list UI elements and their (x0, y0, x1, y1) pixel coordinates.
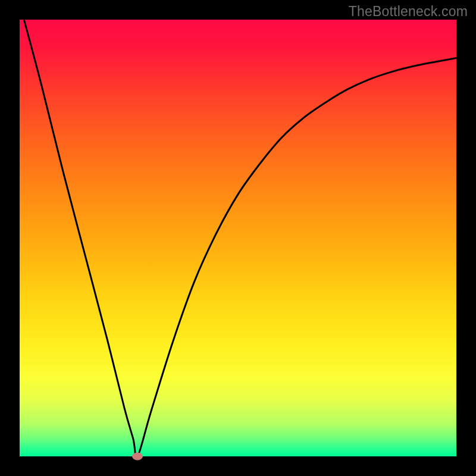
chart-frame: TheBottleneck.com (0, 0, 476, 476)
curve-svg (20, 20, 456, 456)
watermark-text: TheBottleneck.com (349, 4, 468, 20)
plot-area (20, 20, 456, 456)
bottleneck-curve (24, 20, 456, 456)
minimum-marker (132, 453, 143, 461)
